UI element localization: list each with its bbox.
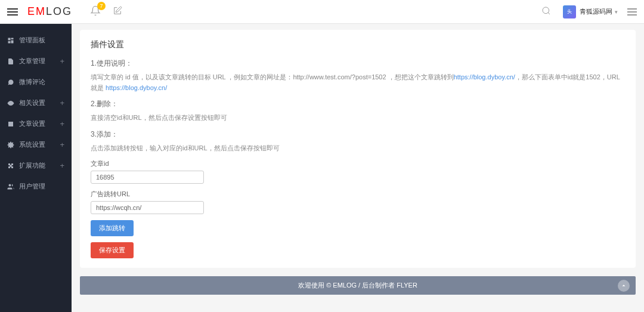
sidebar-item-6[interactable]: 扩展功能+	[0, 155, 72, 176]
section-add-label: 3.添加：	[91, 129, 625, 140]
footer-text: 欢迎使用 © EMLOG / 后台制作者 FLYER	[298, 282, 417, 289]
notification-bell[interactable]: 7	[90, 5, 101, 18]
footer: 欢迎使用 © EMLOG / 后台制作者 FLYER	[80, 276, 636, 295]
gear-icon	[7, 141, 14, 149]
search-icon	[541, 6, 551, 16]
expand-icon: +	[60, 98, 64, 107]
doc-icon	[7, 121, 14, 128]
add-redirect-button[interactable]: 添加跳转	[91, 220, 134, 236]
section-add-desc: 点击添加跳转按钮，输入对应的id和URL，然后点击保存按钮即可	[91, 143, 625, 154]
sidebar-item-label: 扩展功能	[19, 161, 45, 170]
edit-icon	[113, 6, 122, 16]
redirect-url-input[interactable]	[91, 201, 204, 214]
save-settings-button[interactable]: 保存设置	[91, 242, 134, 258]
sidebar-item-label: 管理面板	[19, 36, 45, 45]
sidebar-item-1[interactable]: 文章管理+	[0, 51, 72, 72]
chat-icon	[7, 79, 14, 86]
avatar: 头	[563, 5, 576, 18]
dashboard-icon	[7, 37, 14, 44]
notif-badge: 7	[97, 2, 106, 10]
sidebar-item-0[interactable]: 管理面板	[0, 30, 72, 51]
chevron-up-icon	[621, 283, 627, 289]
svg-point-1	[10, 102, 12, 104]
svg-point-3	[9, 184, 11, 186]
sidebar-item-label: 相关设置	[19, 98, 45, 107]
sidebar-item-label: 文章设置	[19, 119, 45, 128]
section-delete-label: 2.删除：	[91, 99, 625, 109]
example-link-2[interactable]: https://blog.dyboy.cn/	[106, 84, 167, 91]
logo[interactable]: EMLOG	[27, 5, 72, 18]
users-icon	[7, 183, 14, 190]
file-icon	[7, 58, 14, 65]
page-title: 插件设置	[91, 39, 625, 50]
article-id-input[interactable]	[91, 171, 204, 184]
sidebar-item-3[interactable]: 相关设置+	[0, 92, 72, 113]
article-id-label: 文章id	[91, 159, 625, 168]
sidebar: 管理面板文章管理+微博评论相关设置+文章设置+系统设置+扩展功能+用户管理	[0, 24, 72, 312]
scroll-top-button[interactable]	[618, 280, 630, 292]
write-button[interactable]	[113, 6, 122, 17]
eye-icon	[7, 100, 14, 107]
svg-point-0	[543, 7, 549, 14]
expand-icon: +	[60, 161, 64, 170]
redirect-url-label: 广告跳转URL	[91, 190, 625, 199]
user-menu[interactable]: 头 青狐源码网 ▾	[563, 5, 618, 18]
sidebar-item-label: 系统设置	[19, 140, 45, 149]
expand-icon: +	[60, 57, 64, 66]
sidebar-item-7[interactable]: 用户管理	[0, 176, 72, 197]
chevron-down-icon: ▾	[615, 9, 618, 15]
sidebar-item-label: 用户管理	[19, 182, 45, 191]
expand-icon: +	[60, 119, 64, 128]
section-usage-desc: 填写文章的 id 值，以及该文章跳转的目标 URL ，例如文章的网址是：http…	[91, 72, 625, 93]
settings-card: 插件设置 1.使用说明： 填写文章的 id 值，以及该文章跳转的目标 URL ，…	[80, 30, 636, 268]
more-menu[interactable]	[627, 7, 637, 17]
expand-icon: +	[60, 140, 64, 149]
sidebar-item-4[interactable]: 文章设置+	[0, 113, 72, 134]
section-usage-label: 1.使用说明：	[91, 58, 625, 69]
sidebar-item-2[interactable]: 微博评论	[0, 72, 72, 92]
example-link-1[interactable]: https://blog.dyboy.cn/	[454, 73, 515, 81]
section-delete-desc: 直接清空id和URL，然后点击保存设置按钮即可	[91, 113, 625, 123]
puzzle-icon	[7, 162, 14, 169]
sidebar-item-5[interactable]: 系统设置+	[0, 134, 72, 155]
sidebar-item-label: 文章管理	[19, 57, 45, 66]
menu-toggle[interactable]	[7, 7, 21, 17]
username: 青狐源码网	[580, 7, 612, 16]
search-button[interactable]	[541, 6, 551, 17]
sidebar-item-label: 微博评论	[19, 78, 45, 87]
